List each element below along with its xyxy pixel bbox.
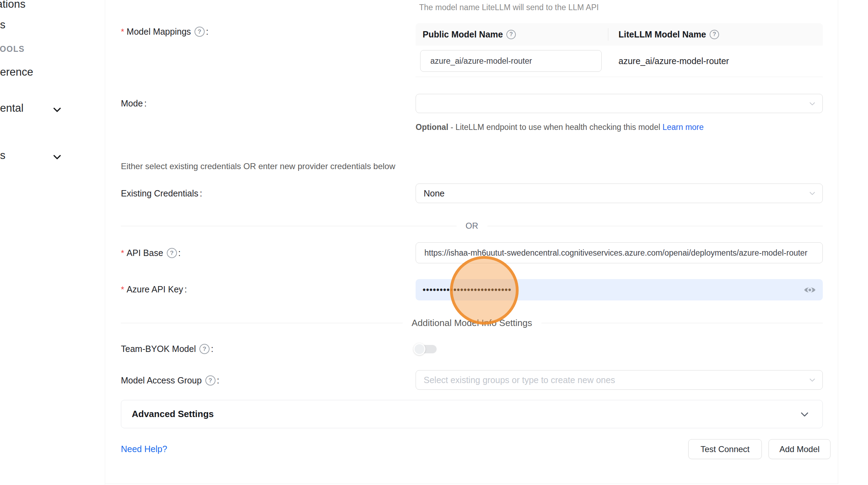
api-base-label: * API Base ? :: [121, 248, 181, 258]
sidebar-item-s2[interactable]: s: [0, 149, 6, 162]
team-byok-toggle[interactable]: [414, 343, 437, 355]
required-asterisk: *: [121, 285, 124, 295]
api-base-input[interactable]: https://ishaa-mh6uutut-swedencentral.cog…: [416, 242, 823, 263]
chevron-down-icon: [808, 376, 816, 384]
model-access-group-select[interactable]: Select existing groups or type to create…: [416, 370, 823, 390]
model-mappings-table-header: Public Model Name ? LiteLLM Model Name ?: [416, 23, 823, 46]
add-model-button[interactable]: Add Model: [768, 439, 831, 459]
model-mappings-table: Public Model Name ? LiteLLM Model Name ?…: [416, 23, 823, 77]
model-mappings-label: * Model Mappings ? :: [121, 27, 209, 37]
help-icon-glyph: ?: [203, 346, 206, 353]
column-header-litellm-model-name: LiteLLM Model Name ?: [608, 29, 823, 40]
help-icon[interactable]: ?: [205, 375, 216, 386]
mode-select[interactable]: [416, 94, 823, 113]
mode-label: Mode :: [121, 98, 147, 109]
column-header-public-model-name: Public Model Name ?: [416, 29, 608, 40]
chevron-down-icon: [808, 100, 816, 108]
or-divider-text: OR: [457, 221, 487, 231]
or-divider: OR: [121, 221, 823, 231]
public-model-name-input[interactable]: azure_ai/azure-model-router: [420, 50, 602, 72]
label-colon: :: [211, 344, 213, 354]
divider-line: [541, 323, 823, 323]
divider-line: [121, 226, 457, 226]
model-access-group-label: Model Access Group ? :: [121, 375, 219, 386]
existing-credentials-label-text: Existing Credentials: [121, 188, 198, 199]
chevron-down-icon: [808, 189, 816, 197]
sidebar-section-tools: TOOLS: [0, 44, 25, 54]
label-colon: :: [144, 98, 147, 109]
public-model-name-header-text: Public Model Name: [423, 29, 503, 40]
azure-api-key-label-text: Azure API Key: [127, 284, 183, 295]
sidebar-item-erence[interactable]: erence: [0, 66, 33, 78]
model-access-group-label-text: Model Access Group: [121, 375, 202, 386]
team-byok-label: Team-BYOK Model ? :: [121, 344, 213, 354]
help-icon-glyph: ?: [209, 377, 212, 384]
add-model-page: ations s TOOLS erence ental s The model …: [0, 0, 868, 485]
azure-api-key-masked-value: ••••••••••••••••••••••••••: [423, 285, 512, 295]
help-icon[interactable]: ?: [167, 248, 177, 258]
azure-api-key-label: * Azure API Key :: [121, 284, 187, 295]
api-base-label-text: API Base: [127, 248, 163, 258]
chevron-down-icon[interactable]: [52, 152, 62, 162]
mode-helper-text: Optional - LiteLLM endpoint to use when …: [416, 120, 706, 134]
litellm-model-name-header-text: LiteLLM Model Name: [618, 29, 706, 40]
mode-helper-bold: Optional: [416, 123, 448, 132]
help-icon[interactable]: ?: [199, 344, 210, 354]
api-base-value: https://ishaa-mh6uutut-swedencentral.cog…: [424, 248, 807, 258]
model-mappings-label-text: Model Mappings: [127, 27, 191, 37]
help-icon-glyph: ?: [713, 31, 716, 37]
required-asterisk: *: [121, 248, 124, 258]
mode-helper-body: - LiteLLM endpoint to use when health ch…: [448, 123, 662, 132]
model-name-helper-text: The model name LiteLLM will send to the …: [419, 3, 599, 12]
additional-settings-divider: Additional Model Info Settings: [121, 318, 823, 328]
additional-settings-divider-text: Additional Model Info Settings: [403, 318, 541, 328]
required-asterisk: *: [121, 27, 124, 37]
sidebar-item-s1[interactable]: s: [0, 19, 6, 31]
sidebar-item-ations[interactable]: ations: [0, 0, 26, 11]
chevron-down-icon: [799, 409, 810, 420]
advanced-settings-label: Advanced Settings: [132, 409, 799, 420]
help-icon-glyph: ?: [170, 250, 173, 257]
sidebar-item-ental[interactable]: ental: [0, 102, 23, 115]
help-icon-glyph: ?: [198, 28, 201, 35]
divider-line: [487, 226, 823, 226]
team-byok-label-text: Team-BYOK Model: [121, 344, 196, 354]
existing-credentials-value: None: [424, 188, 445, 199]
toggle-knob: [414, 343, 425, 355]
test-connect-button[interactable]: Test Connect: [688, 439, 762, 459]
existing-credentials-select[interactable]: None: [416, 183, 823, 203]
label-colon: :: [185, 284, 187, 295]
existing-credentials-label: Existing Credentials :: [121, 188, 202, 199]
help-icon[interactable]: ?: [194, 27, 205, 37]
model-access-group-placeholder: Select existing groups or type to create…: [424, 375, 615, 385]
credentials-note: Either select existing credentials OR en…: [121, 161, 395, 171]
sidebar: ations s TOOLS erence ental s: [0, 0, 105, 485]
advanced-settings-panel[interactable]: Advanced Settings: [121, 400, 823, 428]
need-help-link[interactable]: Need Help?: [121, 444, 167, 454]
eye-icon[interactable]: [804, 285, 816, 295]
mode-label-text: Mode: [121, 98, 143, 109]
label-colon: :: [200, 188, 202, 199]
label-colon: :: [178, 248, 181, 258]
azure-api-key-input[interactable]: ••••••••••••••••••••••••••: [416, 279, 823, 300]
help-icon[interactable]: ?: [506, 30, 516, 39]
label-colon: :: [217, 375, 219, 386]
label-colon: :: [206, 27, 209, 37]
help-icon-glyph: ?: [510, 31, 513, 37]
litellm-model-name-value: azure_ai/azure-model-router: [618, 50, 729, 72]
help-icon[interactable]: ?: [710, 30, 719, 39]
column-divider: [608, 28, 608, 41]
divider-line: [121, 323, 403, 323]
chevron-down-icon[interactable]: [52, 104, 62, 115]
learn-more-link[interactable]: Learn more: [662, 123, 704, 132]
